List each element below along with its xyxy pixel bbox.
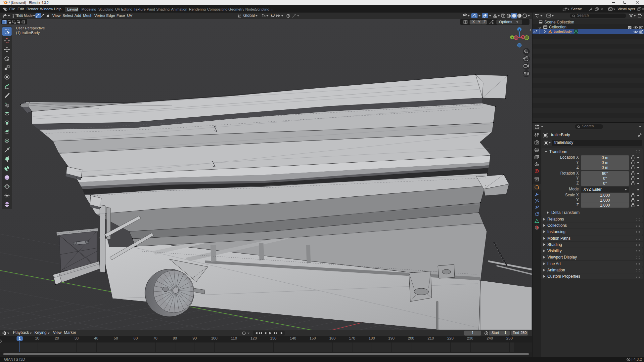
svg-text:Z: Z xyxy=(519,28,521,31)
svg-text:Y: Y xyxy=(511,36,513,39)
svg-text:X: X xyxy=(522,36,524,39)
